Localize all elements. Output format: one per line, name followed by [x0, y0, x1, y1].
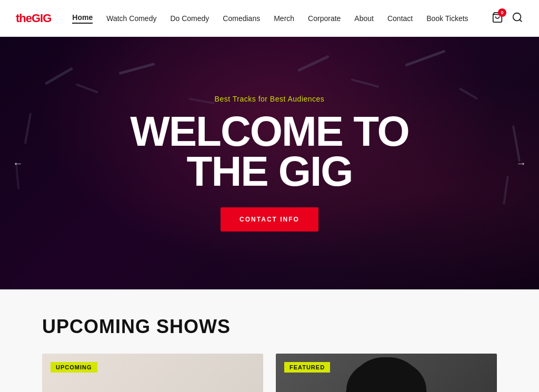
header-icons: 0: [492, 12, 523, 25]
hero-title-line2: THE GIG: [187, 148, 353, 195]
hero-title: WELCOME TO THE GIG: [130, 112, 409, 192]
hero-section: Best Tracks for Best Audiences WELCOME T…: [0, 37, 539, 289]
nav-item-watch-comedy[interactable]: Watch Comedy: [106, 14, 156, 23]
hero-subtitle: Best Tracks for Best Audiences: [215, 95, 325, 103]
hero-next-button[interactable]: →: [516, 157, 526, 169]
svg-line-2: [520, 19, 522, 22]
header: theGIG Home Watch Comedy Do Comedy Comed…: [0, 0, 539, 37]
hero-prev-button[interactable]: ←: [13, 157, 23, 169]
cart-badge: 0: [498, 8, 506, 17]
nav-item-about[interactable]: About: [354, 14, 374, 23]
nav-item-contact[interactable]: Contact: [387, 14, 413, 23]
search-icon: [512, 12, 523, 23]
svg-point-1: [513, 13, 521, 21]
show-card-1[interactable]: UPCOMING: [42, 354, 263, 392]
logo[interactable]: theGIG: [16, 12, 51, 25]
nav-item-do-comedy[interactable]: Do Comedy: [170, 14, 209, 23]
nav-item-home[interactable]: Home: [72, 13, 93, 24]
nav-item-comedians[interactable]: Comedians: [223, 14, 260, 23]
shows-grid: UPCOMING FEATURED: [42, 354, 497, 392]
nav-item-merch[interactable]: Merch: [274, 14, 294, 23]
nav-item-book-tickets[interactable]: Book Tickets: [426, 14, 468, 23]
main-nav: Home Watch Comedy Do Comedy Comedians Me…: [72, 13, 492, 24]
show-card-2[interactable]: FEATURED: [276, 354, 497, 392]
upcoming-section: UPCOMING SHOWS UPCOMING FEATURED: [0, 289, 539, 392]
hero-content: Best Tracks for Best Audiences WELCOME T…: [0, 37, 539, 289]
nav-item-corporate[interactable]: Corporate: [308, 14, 341, 23]
search-button[interactable]: [512, 12, 523, 25]
logo-prefix: the: [16, 12, 32, 25]
cart-button[interactable]: 0: [492, 12, 503, 25]
hero-cta-button[interactable]: CONTACT INFO: [221, 207, 318, 232]
logo-brand: GIG: [32, 12, 51, 25]
upcoming-title: UPCOMING SHOWS: [42, 316, 497, 338]
show-tag-1: UPCOMING: [51, 362, 97, 373]
comedian-silhouette: [352, 375, 421, 392]
show-tag-2: FEATURED: [284, 362, 330, 373]
